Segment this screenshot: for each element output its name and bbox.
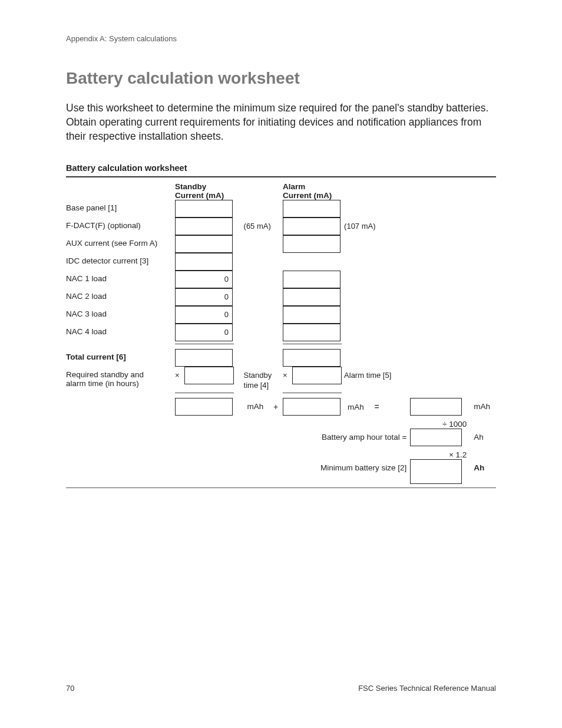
alarm-mah-unit: mAh bbox=[344, 398, 364, 411]
ah-unit-bold: Ah bbox=[470, 459, 484, 472]
nac1-alarm-input[interactable] bbox=[283, 271, 340, 288]
equals-icon: = bbox=[366, 398, 383, 411]
row-required-label: Required standby andalarm time (in hours… bbox=[66, 367, 175, 390]
total-mah-input[interactable] bbox=[410, 398, 462, 416]
aux-standby-input[interactable] bbox=[175, 235, 233, 253]
appendix-header: Appendix A: System calculations bbox=[66, 34, 496, 43]
min-battery-size-label: Minimum battery size [2] bbox=[283, 459, 410, 484]
alarm-subtotal-rule bbox=[283, 344, 342, 344]
total-alarm-input[interactable] bbox=[283, 349, 340, 367]
standby-time-input[interactable] bbox=[184, 367, 234, 384]
alarm-mah-input[interactable] bbox=[283, 398, 340, 416]
row-total-label: Total current [6] bbox=[66, 349, 175, 367]
base-standby-input[interactable] bbox=[175, 200, 233, 218]
col-standby-header: Standby Current (mA) bbox=[175, 182, 283, 200]
ah-unit: Ah bbox=[470, 429, 484, 442]
nac3-alarm-input[interactable] bbox=[283, 306, 340, 324]
min-battery-size-input[interactable] bbox=[410, 459, 462, 484]
alarm-mah-rule bbox=[283, 393, 342, 393]
plus-icon: + bbox=[273, 398, 283, 411]
row-base-label: Base panel [1] bbox=[66, 200, 175, 218]
page-number: 70 bbox=[66, 684, 74, 693]
intro-paragraph: Use this worksheet to determine the mini… bbox=[66, 101, 496, 143]
standby-mah-rule bbox=[175, 393, 234, 393]
col-alarm-header: Alarm Current (mA) bbox=[283, 182, 410, 200]
worksheet-table: Standby Current (mA) Alarm Current (mA) … bbox=[66, 182, 496, 484]
row-nac3-label: NAC 3 load bbox=[66, 306, 175, 324]
idc-standby-input[interactable] bbox=[175, 253, 233, 271]
fdact-standby-note: (65 mA) bbox=[244, 218, 271, 230]
page-footer: 70 FSC Series Technical Reference Manual bbox=[66, 684, 496, 693]
row-nac2-label: NAC 2 load bbox=[66, 288, 175, 306]
aux-alarm-input[interactable] bbox=[283, 235, 340, 253]
row-idc-label: IDC detector current [3] bbox=[66, 253, 175, 271]
multiply-icon: × bbox=[175, 367, 182, 380]
nac4-standby-input[interactable]: 0 bbox=[175, 324, 233, 341]
standby-subtotal-rule bbox=[175, 344, 234, 344]
nac2-standby-input[interactable]: 0 bbox=[175, 288, 233, 306]
total-standby-input[interactable] bbox=[175, 349, 233, 367]
alarm-time-label: Alarm time [5] bbox=[344, 367, 391, 380]
row-fdact-label: F-DACT(F) (optional) bbox=[66, 218, 175, 235]
alarm-time-input[interactable] bbox=[292, 367, 342, 384]
page-title: Battery calculation worksheet bbox=[66, 69, 496, 88]
nac3-standby-input[interactable]: 0 bbox=[175, 306, 233, 324]
multiply-1p2-label: × 1.2 bbox=[410, 446, 470, 459]
table-bottom-rule bbox=[66, 487, 496, 488]
table-title: Battery calculation worksheet bbox=[66, 163, 496, 173]
row-aux-label: AUX current (see Form A) bbox=[66, 235, 175, 253]
fdact-alarm-note: (107 mA) bbox=[344, 218, 375, 230]
amp-hour-total-input[interactable] bbox=[410, 429, 462, 446]
divide-1000-label: ÷ 1000 bbox=[410, 416, 470, 429]
table-top-rule bbox=[66, 176, 496, 177]
nac2-alarm-input[interactable] bbox=[283, 288, 340, 306]
row-nac1-label: NAC 1 load bbox=[66, 271, 175, 288]
fdact-standby-input[interactable] bbox=[175, 218, 233, 235]
standby-mah-input[interactable] bbox=[175, 398, 233, 416]
nac4-alarm-input[interactable] bbox=[283, 324, 340, 341]
fdact-alarm-input[interactable] bbox=[283, 218, 340, 235]
standby-time-label: Standby time [4] bbox=[244, 367, 277, 390]
nac1-standby-input[interactable]: 0 bbox=[175, 271, 233, 288]
amp-hour-total-label: Battery amp hour total = bbox=[283, 429, 410, 446]
manual-title: FSC Series Technical Reference Manual bbox=[358, 684, 496, 693]
base-alarm-input[interactable] bbox=[283, 200, 340, 218]
standby-mah-unit: mAh bbox=[244, 398, 264, 411]
multiply-icon-2: × bbox=[283, 367, 290, 380]
total-mah-unit: mAh bbox=[470, 398, 490, 411]
row-nac4-label: NAC 4 load bbox=[66, 324, 175, 341]
